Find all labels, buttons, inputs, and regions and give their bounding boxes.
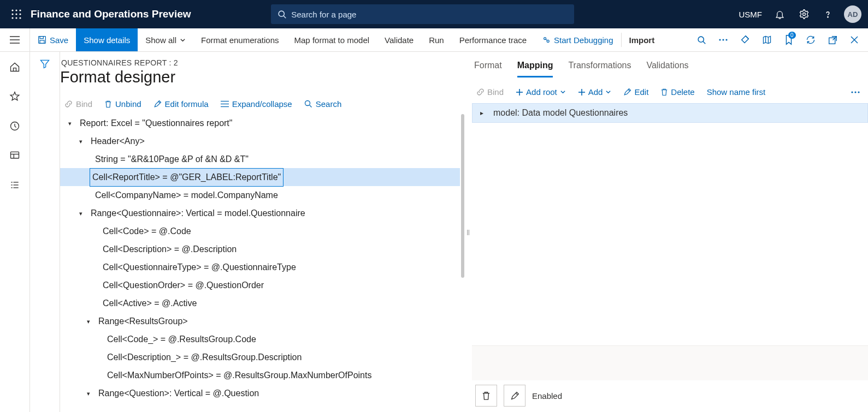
tree-node-reporttitle[interactable]: Cell<ReportTitle> = @"GER_LABEL:ReportTi… bbox=[60, 168, 460, 186]
help-icon[interactable] bbox=[818, 4, 839, 25]
svg-point-52 bbox=[854, 91, 856, 93]
tree-node-qorder[interactable]: Cell<QuestionOrder> = @.QuestionOrder bbox=[60, 276, 460, 294]
model-root-row[interactable]: ▸ model: Data model Questionnaires bbox=[472, 103, 868, 123]
delete-label: Delete bbox=[671, 87, 694, 97]
topbar: Finance and Operations Preview USMF AD bbox=[0, 0, 868, 28]
tab-mapping[interactable]: Mapping bbox=[517, 61, 553, 77]
svg-point-4 bbox=[15, 13, 17, 15]
unbind-button[interactable]: Unbind bbox=[100, 97, 146, 111]
add-button[interactable]: Add bbox=[574, 85, 616, 99]
start-debug-label: Start Debugging bbox=[554, 35, 613, 45]
scrollbar[interactable] bbox=[461, 114, 464, 278]
splitter-handle[interactable]: || bbox=[464, 52, 472, 412]
delete-button[interactable]: Delete bbox=[656, 85, 699, 99]
add-root-button[interactable]: Add root bbox=[511, 85, 570, 99]
user-avatar[interactable]: AD bbox=[844, 5, 861, 23]
map-icon[interactable] bbox=[757, 29, 777, 50]
bind-button: Bind bbox=[60, 97, 97, 111]
tree-search-button[interactable]: Search bbox=[300, 97, 346, 111]
tab-transformations[interactable]: Transformations bbox=[568, 61, 631, 77]
caret-down-icon[interactable]: ▾ bbox=[66, 115, 74, 132]
app-launcher-icon[interactable] bbox=[7, 4, 26, 24]
hamburger-icon[interactable] bbox=[10, 36, 20, 44]
add-root-label: Add root bbox=[526, 87, 557, 97]
workspaces-icon[interactable] bbox=[6, 147, 23, 164]
list-icon bbox=[221, 100, 229, 108]
favorites-icon[interactable] bbox=[6, 88, 23, 105]
svg-point-0 bbox=[11, 9, 13, 11]
performance-trace-button[interactable]: Performance trace bbox=[452, 28, 534, 51]
tree-label: Range<ResultsGroup> bbox=[98, 313, 188, 330]
svg-point-11 bbox=[802, 13, 805, 16]
show-details-button[interactable]: Show details bbox=[76, 28, 138, 51]
format-enumerations-button[interactable]: Format enumerations bbox=[193, 28, 287, 51]
more-commands-icon[interactable] bbox=[713, 29, 734, 50]
tab-format[interactable]: Format bbox=[474, 61, 502, 77]
notifications-icon[interactable] bbox=[770, 4, 790, 25]
import-label: Import bbox=[629, 35, 655, 45]
svg-point-19 bbox=[544, 38, 546, 40]
recent-icon[interactable] bbox=[6, 117, 23, 135]
tree-node-rg-code[interactable]: Cell<Code_> = @.ResultsGroup.Code bbox=[60, 330, 460, 348]
delete-enabled-button[interactable] bbox=[475, 385, 497, 407]
global-search[interactable] bbox=[271, 4, 574, 24]
home-icon[interactable] bbox=[6, 58, 23, 76]
save-button[interactable]: Save bbox=[30, 28, 76, 51]
show-name-first-button[interactable]: Show name first bbox=[702, 85, 770, 99]
caret-right-icon[interactable]: ▸ bbox=[480, 109, 483, 117]
bookmark-badge-icon[interactable]: 0 bbox=[778, 29, 799, 50]
tree-node-rg-maxpoints[interactable]: Cell<MaxNumberOfPoints> = @.ResultsGroup… bbox=[60, 366, 460, 384]
edit-button[interactable]: Edit bbox=[619, 85, 653, 99]
tree-label: Header<Any> bbox=[91, 133, 145, 150]
import-button[interactable]: Import bbox=[622, 28, 663, 51]
show-details-label: Show details bbox=[84, 35, 130, 45]
filter-icon[interactable] bbox=[39, 58, 50, 412]
tree-node-description[interactable]: Cell<Description> = @.Description bbox=[60, 240, 460, 258]
rp-more-icon[interactable] bbox=[846, 88, 868, 96]
tree-label: Cell<QuestionOrder> = @.QuestionOrder bbox=[103, 277, 264, 294]
tree-node-range-questionnaire[interactable]: ▾Range<Questionnaire>: Vertical = model.… bbox=[60, 204, 460, 222]
tree-node-rg-desc[interactable]: Cell<Description_> = @.ResultsGroup.Desc… bbox=[60, 348, 460, 366]
tree-node-header[interactable]: ▾Header<Any> bbox=[60, 132, 460, 150]
tree-label: String = "&R&10Page &P of &N &D &T" bbox=[95, 151, 249, 168]
modules-icon[interactable] bbox=[6, 176, 23, 194]
tree-node-qtype[interactable]: Cell<QuestionnaireType> = @.Questionnair… bbox=[60, 258, 460, 276]
tree-node-range-question[interactable]: ▾Range<Question>: Vertical = @.Question bbox=[60, 384, 460, 402]
tree-toolbar: Bind Unbind Edit formula Expand/collapse bbox=[60, 92, 464, 114]
start-debugging-button[interactable]: Start Debugging bbox=[534, 28, 621, 51]
pencil-icon bbox=[623, 88, 631, 96]
caret-down-icon[interactable]: ▾ bbox=[84, 385, 93, 402]
tree-label: Cell<ReportTitle> = @"GER_LABEL:ReportTi… bbox=[90, 168, 284, 187]
edit-enabled-button[interactable] bbox=[504, 385, 525, 407]
tree-label: Cell<Description_> = @.ResultsGroup.Desc… bbox=[107, 349, 302, 366]
tree-node-string[interactable]: String = "&R&10Page &P of &N &D &T" bbox=[60, 150, 460, 168]
attach-icon[interactable] bbox=[735, 29, 755, 50]
save-icon bbox=[38, 35, 46, 44]
tree-node-active[interactable]: Cell<Active> = @.Active bbox=[60, 294, 460, 312]
refresh-icon[interactable] bbox=[800, 29, 821, 50]
enabled-label: Enabled bbox=[532, 391, 562, 401]
tree-node-code[interactable]: Cell<Code> = @.Code bbox=[60, 222, 460, 240]
caret-down-icon[interactable]: ▾ bbox=[76, 133, 85, 150]
close-icon[interactable] bbox=[844, 29, 865, 50]
tab-validations[interactable]: Validations bbox=[646, 61, 688, 77]
tree-node-companyname[interactable]: Cell<CompanyName> = model.CompanyName bbox=[60, 186, 460, 204]
run-button[interactable]: Run bbox=[421, 28, 452, 51]
edit-formula-button[interactable]: Edit formula bbox=[149, 97, 213, 111]
caret-down-icon[interactable]: ▾ bbox=[84, 313, 93, 330]
map-format-button[interactable]: Map format to model bbox=[287, 28, 377, 51]
settings-icon[interactable] bbox=[794, 4, 814, 25]
search-command-icon[interactable] bbox=[691, 29, 712, 50]
tree-node-report[interactable]: ▾Report: Excel = "Questionnaires report" bbox=[60, 114, 460, 132]
rp-bind-button: Bind bbox=[472, 85, 508, 99]
chevron-down-icon bbox=[560, 89, 566, 95]
company-code[interactable]: USMF bbox=[734, 10, 766, 19]
global-search-input[interactable] bbox=[291, 10, 568, 19]
caret-down-icon[interactable]: ▾ bbox=[76, 205, 85, 222]
popout-icon[interactable] bbox=[822, 29, 843, 50]
expand-collapse-button[interactable]: Expand/collapse bbox=[216, 97, 297, 111]
show-all-button[interactable]: Show all bbox=[138, 28, 193, 51]
tree-node-range-results[interactable]: ▾Range<ResultsGroup> bbox=[60, 312, 460, 330]
validate-button[interactable]: Validate bbox=[377, 28, 421, 51]
pencil-icon bbox=[153, 100, 162, 108]
